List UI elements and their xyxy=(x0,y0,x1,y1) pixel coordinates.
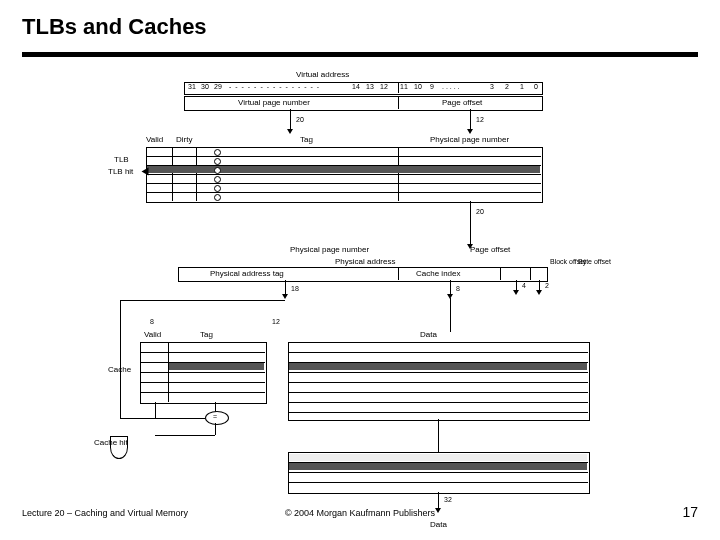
virtual-address-label: Virtual address xyxy=(296,70,349,79)
title-rule xyxy=(22,52,698,57)
cache-r-r7 xyxy=(288,412,588,413)
tlb-r1 xyxy=(146,156,541,157)
cache-r-r6 xyxy=(288,402,588,403)
tlb-hit-label: TLB hit xyxy=(108,167,133,176)
cache-index-line xyxy=(450,298,451,332)
tlb-bubble-1 xyxy=(214,149,221,156)
cmp-to-and xyxy=(215,423,216,435)
cache-l-r1 xyxy=(140,352,265,353)
cache-right-highlight xyxy=(289,363,587,370)
vpn-po-divider xyxy=(398,96,399,109)
tlb-out-stem xyxy=(470,201,471,246)
pa-header: Physical address xyxy=(335,257,395,266)
tlb-valid-label: Valid xyxy=(146,135,163,144)
pa-div-3 xyxy=(530,267,531,280)
bit-10: 10 xyxy=(414,83,422,90)
and-join-h xyxy=(155,435,215,436)
cache-r-r1 xyxy=(288,352,588,353)
pa-width-4: 4 xyxy=(522,282,526,289)
tlb-bubble-5 xyxy=(214,185,221,192)
cache-r-r4 xyxy=(288,382,588,383)
bit-12: 12 xyxy=(380,83,388,90)
bit-2: 2 xyxy=(505,83,509,90)
tlb-r5 xyxy=(146,192,541,193)
data-lower-light xyxy=(289,454,587,461)
data-lower-highlight xyxy=(289,463,587,470)
tlb-hit-arrow xyxy=(142,168,149,176)
data-l-r3 xyxy=(288,482,588,483)
pa-div-2 xyxy=(500,267,501,280)
vpn-width-20: 20 xyxy=(296,116,304,123)
bit-31: 31 xyxy=(188,83,196,90)
bit-divider xyxy=(398,82,399,93)
cache-r-r5 xyxy=(288,392,588,393)
vpn-label: Virtual page number xyxy=(238,98,310,107)
bit-29: 29 xyxy=(214,83,222,90)
tlb-bubble-2 xyxy=(214,158,221,165)
comparator-eq: = xyxy=(213,413,217,420)
tlb-r3 xyxy=(146,174,541,175)
data-out-label: Data xyxy=(430,520,447,529)
page-offset-label: Page offset xyxy=(442,98,482,107)
po-width-12: 12 xyxy=(476,116,484,123)
cache-hit-label: Cache hit xyxy=(94,438,128,447)
po-stem xyxy=(470,109,471,131)
tlb-bubble-4 xyxy=(214,176,221,183)
pa-tag-label: Physical address tag xyxy=(210,269,284,278)
pa-byte-offset-label: Byte offset xyxy=(578,258,608,266)
tlb-bubble-3 xyxy=(214,167,221,174)
tlb-dirty-label: Dirty xyxy=(176,135,192,144)
pa-tag-route-v xyxy=(120,300,121,418)
bit-3: 3 xyxy=(490,83,494,90)
pa-tag-route-h xyxy=(120,300,285,301)
bit-30: 30 xyxy=(201,83,209,90)
footer-copyright: © 2004 Morgan Kaufmann Publishers xyxy=(0,508,720,518)
cache-label: Cache xyxy=(108,365,131,374)
data-l-r2 xyxy=(288,472,588,473)
page-title: TLBs and Caches xyxy=(22,14,207,40)
pa-block-offset-label: Block offset xyxy=(550,258,580,266)
vpn-arrow xyxy=(287,129,293,134)
bit-dots-1: - - - - - - - - - - - - - - - xyxy=(229,83,320,90)
tlb-bubble-6 xyxy=(214,194,221,201)
cache-l-r3 xyxy=(140,372,265,373)
cache-l-r4 xyxy=(140,382,265,383)
bit-13: 13 xyxy=(366,83,374,90)
po-arrow xyxy=(467,129,473,134)
data-out-width-32: 32 xyxy=(444,496,452,503)
pa-cache-index-label: Cache index xyxy=(416,269,460,278)
pa-po-label: Page offset xyxy=(470,245,510,254)
pa-byte-arrow xyxy=(536,290,542,295)
cache-tag-label: Tag xyxy=(200,330,213,339)
vpn-stem xyxy=(290,109,291,131)
cache-data-label: Data xyxy=(420,330,437,339)
cache-l-r5 xyxy=(140,392,265,393)
data-mid-conn xyxy=(438,419,439,452)
cache-left-highlight xyxy=(169,363,264,370)
bit-11: 11 xyxy=(400,83,408,90)
pa-width-18: 18 xyxy=(291,285,299,292)
cache-r-r3 xyxy=(288,372,588,373)
tlb-label: TLB xyxy=(114,155,129,164)
cache-left-width: 8 xyxy=(150,318,154,325)
bit-0: 0 xyxy=(534,83,538,90)
pa-ppn-label: Physical page number xyxy=(290,245,369,254)
bit-1: 1 xyxy=(520,83,524,90)
bit-9: 9 xyxy=(430,83,434,90)
pa-tag-arrow xyxy=(282,294,288,299)
pa-blk-arrow xyxy=(513,290,519,295)
pa-div-1 xyxy=(398,267,399,280)
pa-width-2: 2 xyxy=(545,282,549,289)
tlb-ppn-label: Physical page number xyxy=(430,135,509,144)
bit-14: 14 xyxy=(352,83,360,90)
tlb-row-highlight xyxy=(147,166,540,173)
page-number: 17 xyxy=(682,504,698,520)
tlb-r4 xyxy=(146,183,541,184)
pa-tag-into-cmp xyxy=(120,418,205,419)
cache-valid-label: Valid xyxy=(144,330,161,339)
tlb-out-width-20: 20 xyxy=(476,208,484,215)
bit-dots-2: . . . . . xyxy=(442,83,460,90)
valid-to-and xyxy=(155,402,156,418)
pa-width-8a: 8 xyxy=(456,285,460,292)
cache-tag-width: 12 xyxy=(272,318,280,325)
